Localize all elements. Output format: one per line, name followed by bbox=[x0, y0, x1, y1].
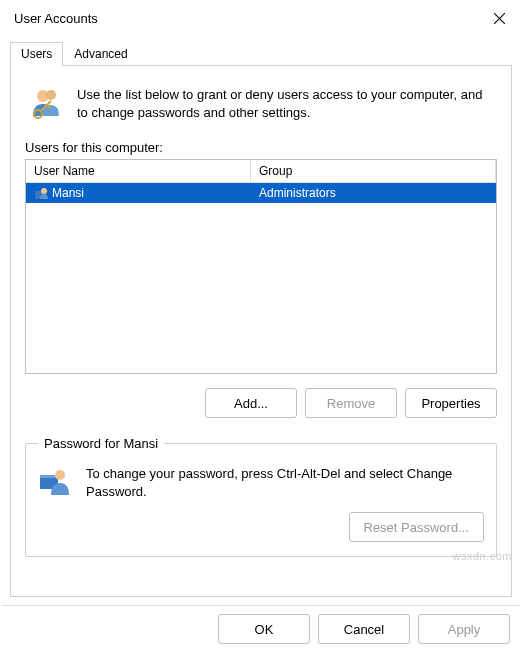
users-listview-body: Mansi Administrators bbox=[26, 183, 496, 372]
remove-user-button[interactable]: Remove bbox=[305, 388, 397, 418]
tab-underline bbox=[10, 65, 512, 66]
users-list-label: Users for this computer: bbox=[25, 140, 497, 155]
cell-username: Mansi bbox=[26, 184, 251, 202]
tab-strip: Users Advanced bbox=[0, 36, 522, 65]
titlebar: User Accounts bbox=[0, 0, 522, 36]
tab-advanced[interactable]: Advanced bbox=[63, 42, 138, 65]
intro-row: Use the list below to grant or deny user… bbox=[25, 80, 497, 134]
table-row[interactable]: Mansi Administrators bbox=[26, 183, 496, 203]
ok-button[interactable]: OK bbox=[218, 614, 310, 644]
password-groupbox-legend: Password for Mansi bbox=[38, 436, 164, 451]
watermark-text: wsxdn.com bbox=[452, 550, 512, 562]
column-header-username[interactable]: User Name bbox=[26, 160, 251, 182]
password-groupbox: Password for Mansi To change your passwo… bbox=[25, 436, 497, 557]
user-accounts-dialog: User Accounts Users Advanced bbox=[0, 0, 522, 658]
column-header-group[interactable]: Group bbox=[251, 160, 496, 182]
intro-text: Use the list below to grant or deny user… bbox=[77, 86, 493, 121]
cancel-button[interactable]: Cancel bbox=[318, 614, 410, 644]
password-user-icon bbox=[38, 465, 72, 499]
close-button[interactable] bbox=[476, 3, 522, 33]
user-icon bbox=[34, 186, 48, 200]
add-user-button[interactable]: Add... bbox=[205, 388, 297, 418]
cell-group-text: Administrators bbox=[259, 186, 336, 200]
svg-point-11 bbox=[55, 470, 65, 480]
svg-point-8 bbox=[41, 188, 47, 194]
apply-button[interactable]: Apply bbox=[418, 614, 510, 644]
tab-content-users: Use the list below to grant or deny user… bbox=[10, 65, 512, 597]
svg-point-3 bbox=[46, 90, 56, 100]
reset-password-button[interactable]: Reset Password... bbox=[349, 512, 485, 542]
users-listview[interactable]: User Name Group Mansi bbox=[25, 159, 497, 374]
users-keys-icon bbox=[29, 86, 65, 122]
users-listview-header: User Name Group bbox=[26, 160, 496, 183]
dialog-footer: OK Cancel Apply bbox=[2, 605, 520, 658]
cell-username-text: Mansi bbox=[52, 186, 84, 200]
cell-group: Administrators bbox=[251, 184, 496, 202]
window-title: User Accounts bbox=[14, 11, 98, 26]
close-icon bbox=[494, 13, 505, 24]
properties-button[interactable]: Properties bbox=[405, 388, 497, 418]
password-instruction-text: To change your password, press Ctrl-Alt-… bbox=[86, 465, 484, 500]
tab-users[interactable]: Users bbox=[10, 42, 63, 65]
users-button-row: Add... Remove Properties bbox=[25, 388, 497, 418]
